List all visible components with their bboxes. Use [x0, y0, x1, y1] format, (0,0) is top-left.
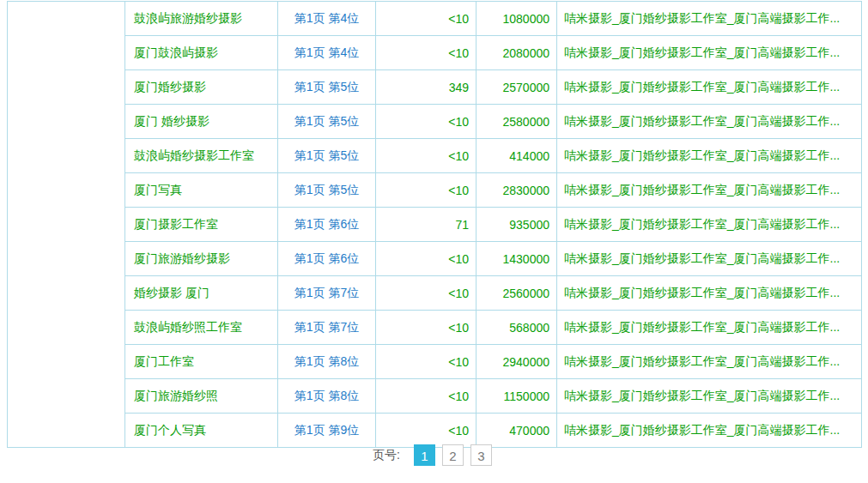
result-count-cell: 2560000: [476, 276, 557, 311]
serp-title-cell: 咭米摄影_厦门婚纱摄影工作室_厦门高端摄影工作...: [557, 70, 862, 105]
serp-title-cell: 咭米摄影_厦门婚纱摄影工作室_厦门高端摄影工作...: [557, 208, 862, 242]
table-row: 厦门个人写真 第1页 第9位 <10 470000 咭米摄影_厦门婚纱摄影工作室…: [8, 414, 862, 448]
keyword-cell: 厦门婚纱摄影: [125, 70, 278, 105]
result-count-cell: 2570000: [476, 70, 557, 105]
page-button-3[interactable]: 3: [470, 444, 492, 466]
rank-cell: 第1页 第9位: [278, 414, 376, 448]
table-row: 厦门工作室 第1页 第8位 <10 2940000 咭米摄影_厦门婚纱摄影工作室…: [8, 345, 862, 379]
rank-link[interactable]: 第1页 第5位: [294, 183, 359, 196]
result-count-cell: 414000: [476, 139, 557, 173]
serp-title-cell: 咭米摄影_厦门婚纱摄影工作室_厦门高端摄影工作...: [557, 379, 862, 414]
keyword-cell: 鼓浪屿婚纱照工作室: [125, 311, 278, 345]
table-row: 婚纱摄影 厦门 第1页 第7位 <10 2560000 咭米摄影_厦门婚纱摄影工…: [8, 276, 862, 311]
index-value-cell: <10: [376, 276, 476, 311]
keyword-cell: 厦门旅游婚纱摄影: [125, 242, 278, 276]
index-value-cell: <10: [376, 414, 476, 448]
table-row: 厦门 婚纱摄影 第1页 第5位 <10 2580000 咭米摄影_厦门婚纱摄影工…: [8, 105, 862, 139]
table-row: 厦门旅游婚纱照 第1页 第8位 <10 1150000 咭米摄影_厦门婚纱摄影工…: [8, 379, 862, 414]
result-count-cell: 935000: [476, 208, 557, 242]
pagination: 页号: 123: [7, 444, 861, 466]
empty-side-cell: [8, 2, 125, 448]
rank-link[interactable]: 第1页 第7位: [294, 320, 359, 334]
keyword-table-body: 鼓浪屿旅游婚纱摄影 第1页 第4位 <10 1080000 咭米摄影_厦门婚纱摄…: [8, 2, 862, 448]
rank-cell: 第1页 第7位: [278, 276, 376, 311]
rank-cell: 第1页 第6位: [278, 242, 376, 276]
rank-cell: 第1页 第5位: [278, 105, 376, 139]
keyword-cell: 婚纱摄影 厦门: [125, 276, 278, 311]
keyword-rank-table-container: 鼓浪屿旅游婚纱摄影 第1页 第4位 <10 1080000 咭米摄影_厦门婚纱摄…: [7, 1, 862, 448]
rank-cell: 第1页 第5位: [278, 70, 376, 105]
result-count-cell: 568000: [476, 311, 557, 345]
keyword-cell: 厦门鼓浪屿摄影: [125, 36, 278, 70]
rank-link[interactable]: 第1页 第8位: [294, 354, 359, 368]
keyword-cell: 鼓浪屿婚纱摄影工作室: [125, 139, 278, 173]
rank-link[interactable]: 第1页 第8位: [294, 389, 359, 402]
index-value-cell: <10: [376, 173, 476, 208]
rank-link[interactable]: 第1页 第4位: [294, 45, 359, 59]
table-row: 鼓浪屿婚纱照工作室 第1页 第7位 <10 568000 咭米摄影_厦门婚纱摄影…: [8, 311, 862, 345]
rank-link[interactable]: 第1页 第9位: [294, 423, 359, 437]
index-value-cell: <10: [376, 379, 476, 414]
page-buttons: 123: [410, 444, 495, 466]
rank-link[interactable]: 第1页 第6位: [294, 217, 359, 231]
serp-title-cell: 咭米摄影_厦门婚纱摄影工作室_厦门高端摄影工作...: [557, 36, 862, 70]
result-count-cell: 2080000: [476, 36, 557, 70]
table-row: 鼓浪屿婚纱摄影工作室 第1页 第5位 <10 414000 咭米摄影_厦门婚纱摄…: [8, 139, 862, 173]
index-value-cell: <10: [376, 311, 476, 345]
page-button-2[interactable]: 2: [442, 444, 464, 466]
index-value-cell: 71: [376, 208, 476, 242]
serp-title-cell: 咭米摄影_厦门婚纱摄影工作室_厦门高端摄影工作...: [557, 105, 862, 139]
page-number-label: 页号:: [373, 448, 400, 463]
rank-link[interactable]: 第1页 第5位: [294, 148, 359, 162]
rank-link[interactable]: 第1页 第4位: [294, 11, 359, 25]
rank-cell: 第1页 第8位: [278, 345, 376, 379]
index-value-cell: <10: [376, 242, 476, 276]
serp-title-cell: 咭米摄影_厦门婚纱摄影工作室_厦门高端摄影工作...: [557, 2, 862, 36]
index-value-cell: <10: [376, 345, 476, 379]
keyword-cell: 厦门摄影工作室: [125, 208, 278, 242]
index-value-cell: <10: [376, 2, 476, 36]
serp-title-cell: 咭米摄影_厦门婚纱摄影工作室_厦门高端摄影工作...: [557, 345, 862, 379]
index-value-cell: 349: [376, 70, 476, 105]
rank-cell: 第1页 第6位: [278, 208, 376, 242]
rank-cell: 第1页 第5位: [278, 139, 376, 173]
keyword-cell: 厦门个人写真: [125, 414, 278, 448]
result-count-cell: 2940000: [476, 345, 557, 379]
serp-title-cell: 咭米摄影_厦门婚纱摄影工作室_厦门高端摄影工作...: [557, 139, 862, 173]
rank-cell: 第1页 第7位: [278, 311, 376, 345]
result-count-cell: 1080000: [476, 2, 557, 36]
result-count-cell: 2830000: [476, 173, 557, 208]
keyword-rank-table: 鼓浪屿旅游婚纱摄影 第1页 第4位 <10 1080000 咭米摄影_厦门婚纱摄…: [7, 1, 862, 448]
serp-title-cell: 咭米摄影_厦门婚纱摄影工作室_厦门高端摄影工作...: [557, 311, 862, 345]
rank-link[interactable]: 第1页 第7位: [294, 286, 359, 299]
serp-title-cell: 咭米摄影_厦门婚纱摄影工作室_厦门高端摄影工作...: [557, 276, 862, 311]
result-count-cell: 1430000: [476, 242, 557, 276]
rank-link[interactable]: 第1页 第5位: [294, 80, 359, 94]
result-count-cell: 1150000: [476, 379, 557, 414]
rank-cell: 第1页 第4位: [278, 2, 376, 36]
rank-link[interactable]: 第1页 第5位: [294, 114, 359, 128]
index-value-cell: <10: [376, 36, 476, 70]
serp-title-cell: 咭米摄影_厦门婚纱摄影工作室_厦门高端摄影工作...: [557, 414, 862, 448]
page-button-1[interactable]: 1: [414, 444, 435, 466]
keyword-cell: 厦门写真: [125, 173, 278, 208]
rank-cell: 第1页 第8位: [278, 379, 376, 414]
table-row: 厦门鼓浪屿摄影 第1页 第4位 <10 2080000 咭米摄影_厦门婚纱摄影工…: [8, 36, 862, 70]
rank-link[interactable]: 第1页 第6位: [294, 251, 359, 265]
index-value-cell: <10: [376, 139, 476, 173]
table-row: 厦门婚纱摄影 第1页 第5位 349 2570000 咭米摄影_厦门婚纱摄影工作…: [8, 70, 862, 105]
table-row: 鼓浪屿旅游婚纱摄影 第1页 第4位 <10 1080000 咭米摄影_厦门婚纱摄…: [8, 2, 862, 36]
rank-cell: 第1页 第5位: [278, 173, 376, 208]
table-row: 厦门摄影工作室 第1页 第6位 71 935000 咭米摄影_厦门婚纱摄影工作室…: [8, 208, 862, 242]
keyword-cell: 厦门工作室: [125, 345, 278, 379]
result-count-cell: 2580000: [476, 105, 557, 139]
result-count-cell: 470000: [476, 414, 557, 448]
rank-cell: 第1页 第4位: [278, 36, 376, 70]
serp-title-cell: 咭米摄影_厦门婚纱摄影工作室_厦门高端摄影工作...: [557, 173, 862, 208]
index-value-cell: <10: [376, 105, 476, 139]
keyword-cell: 厦门 婚纱摄影: [125, 105, 278, 139]
keyword-cell: 鼓浪屿旅游婚纱摄影: [125, 2, 278, 36]
serp-title-cell: 咭米摄影_厦门婚纱摄影工作室_厦门高端摄影工作...: [557, 242, 862, 276]
keyword-cell: 厦门旅游婚纱照: [125, 379, 278, 414]
table-row: 厦门旅游婚纱摄影 第1页 第6位 <10 1430000 咭米摄影_厦门婚纱摄影…: [8, 242, 862, 276]
